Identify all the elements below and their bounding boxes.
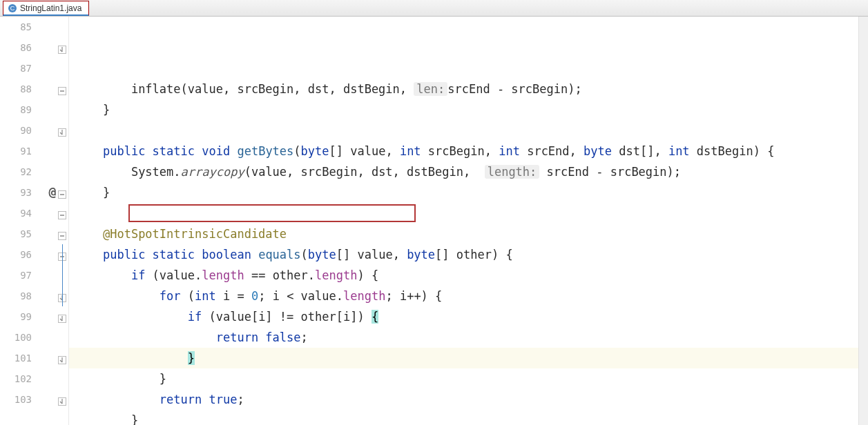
- code-line[interactable]: }: [69, 368, 868, 389]
- annotation-gutter-icon[interactable]: @: [46, 184, 59, 199]
- fold-close-icon[interactable]: [58, 354, 66, 362]
- line-number: 93: [0, 182, 32, 203]
- line-number: 90: [0, 120, 32, 141]
- fold-minus-icon[interactable]: [58, 85, 66, 93]
- code-line[interactable]: }: [69, 182, 868, 203]
- line-number: 92: [0, 161, 32, 182]
- code-line[interactable]: }: [69, 410, 868, 425]
- line-number: 101: [0, 348, 32, 368]
- parameter-hint: length:: [485, 165, 540, 179]
- fold-close-icon[interactable]: [58, 43, 66, 52]
- tab-bar: C StringLatin1.java: [0, 0, 868, 17]
- code-line[interactable]: [69, 120, 868, 141]
- code-line[interactable]: }: [69, 348, 868, 368]
- line-number: 100: [0, 327, 32, 348]
- line-number: 88: [0, 79, 32, 99]
- line-number-gutter: 8586878889909192939495969798991001011021…: [0, 17, 39, 425]
- line-number: 89: [0, 99, 32, 120]
- line-number: 97: [0, 265, 32, 286]
- line-number: 99: [0, 306, 32, 327]
- code-line[interactable]: return false;: [69, 327, 868, 348]
- java-class-icon: C: [8, 3, 17, 13]
- line-number: 85: [0, 17, 32, 37]
- code-line[interactable]: }: [69, 99, 868, 120]
- error-stripe[interactable]: [858, 17, 868, 425]
- code-line[interactable]: if (value.length == other.length) {: [69, 265, 868, 286]
- code-line[interactable]: for (int i = 0; i < value.length; i++) {: [69, 286, 868, 306]
- line-number: 96: [0, 244, 32, 265]
- fold-minus-icon[interactable]: [58, 209, 66, 217]
- code-line[interactable]: @HotSpotIntrinsicCandidate: [69, 224, 868, 244]
- svg-text:C: C: [10, 5, 15, 12]
- code-line[interactable]: System.arraycopy(value, srcBegin, dst, d…: [69, 161, 868, 182]
- code-editor[interactable]: 8586878889909192939495969798991001011021…: [0, 17, 868, 425]
- scope-guide: [62, 244, 63, 306]
- code-line[interactable]: return true;: [69, 389, 868, 410]
- code-line[interactable]: inflate(value, srcBegin, dst, dstBegin, …: [69, 79, 868, 99]
- line-number: 102: [0, 368, 32, 389]
- fold-close-icon[interactable]: [58, 313, 66, 321]
- parameter-hint: len:: [414, 82, 447, 96]
- fold-minus-icon[interactable]: [58, 230, 66, 238]
- line-number: 91: [0, 141, 32, 161]
- line-number: 95: [0, 224, 32, 244]
- line-number: 98: [0, 286, 32, 306]
- code-area[interactable]: inflate(value, srcBegin, dst, dstBegin, …: [69, 17, 868, 425]
- line-number: 87: [0, 58, 32, 79]
- line-number: 94: [0, 203, 32, 224]
- fold-close-icon[interactable]: [58, 395, 66, 404]
- file-tab[interactable]: C StringLatin1.java: [3, 1, 89, 16]
- tab-filename: StringLatin1.java: [20, 3, 81, 13]
- code-line[interactable]: public static boolean equals(byte[] valu…: [69, 244, 868, 265]
- code-line[interactable]: [69, 203, 868, 224]
- code-line[interactable]: if (value[i] != other[i]) {: [69, 306, 868, 327]
- fold-close-icon[interactable]: [58, 126, 66, 135]
- line-number: 86: [0, 37, 32, 58]
- fold-column: @: [39, 17, 69, 425]
- code-line[interactable]: public static void getBytes(byte[] value…: [69, 141, 868, 161]
- line-number: 103: [0, 389, 32, 410]
